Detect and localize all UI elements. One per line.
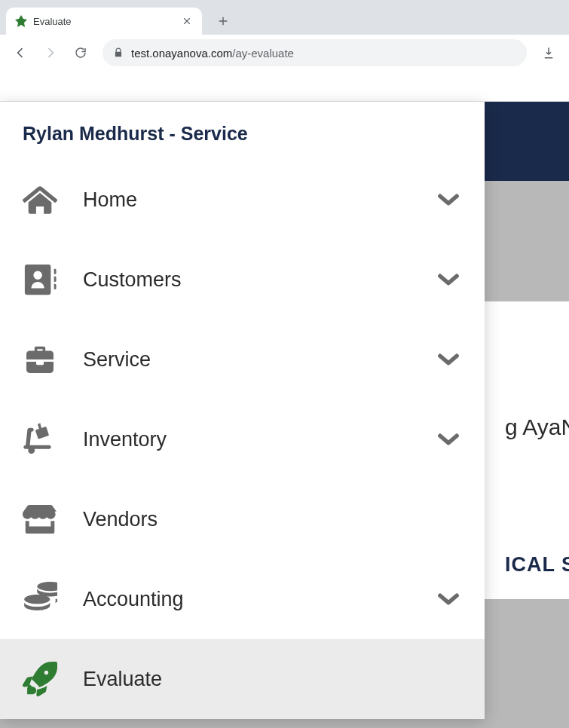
back-button[interactable] <box>8 40 33 66</box>
new-tab-button[interactable] <box>213 11 234 32</box>
sidebar-item-label: Accounting <box>83 588 433 611</box>
sidebar-item-evaluate[interactable]: Evaluate <box>0 639 485 719</box>
sidebar-item-label: Vendors <box>83 508 433 531</box>
toolbox-icon <box>21 342 83 377</box>
sidebar-item-home[interactable]: Home <box>0 160 485 240</box>
tab-strip: Evaluate <box>0 0 569 35</box>
chevron-down-icon <box>433 345 463 374</box>
chevron-down-icon <box>433 425 463 454</box>
coins-icon <box>21 582 83 616</box>
sidebar-item-label: Evaluate <box>83 668 433 691</box>
browser-toolbar: test.onayanova.com/ay-evaluate <box>0 35 569 71</box>
rocket-icon <box>21 662 83 696</box>
sidebar-item-label: Customers <box>83 268 433 292</box>
address-bar[interactable]: test.onayanova.com/ay-evaluate <box>102 39 527 66</box>
url-path: /ay-evaluate <box>232 47 294 60</box>
sidebar-item-service[interactable]: Service <box>0 320 485 399</box>
chevron-down-icon <box>433 585 463 613</box>
sidebar-item-vendors[interactable]: Vendors <box>0 479 485 559</box>
store-icon <box>21 502 83 537</box>
download-button[interactable] <box>536 40 561 66</box>
browser-chrome: Evaluate test.onayanova.com/ay-evaluate <box>0 0 569 71</box>
tab-title: Evaluate <box>33 16 175 27</box>
sidebar-item-label: Service <box>83 348 433 372</box>
sidebar-header: Rylan Medhurst - Service <box>0 102 485 160</box>
background-card: g AyaNo ICAL SU <box>482 301 569 599</box>
sidebar-item-label: Inventory <box>83 428 433 451</box>
sidebar-item-label: Home <box>83 188 433 212</box>
url-text: test.onayanova.com/ay-evaluate <box>131 47 516 60</box>
chevron-down-icon <box>433 265 463 294</box>
forward-button[interactable] <box>38 40 63 66</box>
sidebar-panel: Rylan Medhurst - Service Home Customers <box>0 102 485 719</box>
contacts-icon <box>21 262 83 297</box>
dolly-icon <box>21 422 83 457</box>
favicon-icon <box>15 15 27 27</box>
url-host: test.onayanova.com <box>131 47 232 60</box>
background-text-fragment: ICAL SU <box>505 553 569 577</box>
sidebar-item-customers[interactable]: Customers <box>0 240 485 320</box>
sidebar-item-inventory[interactable]: Inventory <box>0 399 485 479</box>
lock-icon <box>113 47 124 58</box>
home-icon <box>21 182 83 217</box>
app-viewport: g AyaNo ICAL SU Rylan Medhurst - Service… <box>0 71 569 728</box>
browser-tab[interactable]: Evaluate <box>6 8 202 35</box>
background-text-fragment: g AyaNo <box>505 414 569 440</box>
reload-button[interactable] <box>68 40 93 66</box>
chevron-down-icon <box>433 185 463 214</box>
sidebar-item-accounting[interactable]: Accounting <box>0 559 485 639</box>
close-icon[interactable] <box>181 15 193 27</box>
